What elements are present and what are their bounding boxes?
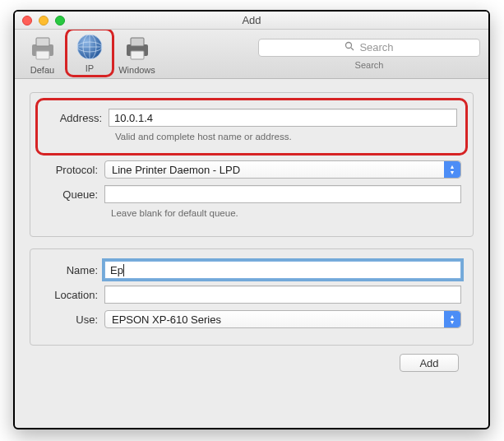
printer-windows-icon xyxy=(123,34,152,63)
protocol-select[interactable]: Line Printer Daemon - LPD ▲▼ xyxy=(104,160,461,179)
location-row: Location: xyxy=(42,285,461,304)
address-value: 10.0.1.4 xyxy=(114,112,153,124)
name-row: Name: Ep xyxy=(42,261,461,279)
content-area: Address: 10.0.1.4 Valid and complete hos… xyxy=(15,79,488,380)
search-placeholder: Search xyxy=(359,41,393,53)
name-label: Name: xyxy=(42,264,104,276)
use-value: EPSON XP-610 Series xyxy=(112,313,221,326)
search-wrap: Search Search xyxy=(258,39,480,70)
protocol-row: Protocol: Line Printer Daemon - LPD ▲▼ xyxy=(42,160,461,179)
chevron-updown-icon: ▲▼ xyxy=(444,311,460,327)
name-value: Ep xyxy=(110,264,123,276)
add-button-label: Add xyxy=(419,357,438,369)
svg-rect-1 xyxy=(36,38,49,46)
text-cursor xyxy=(123,264,124,276)
address-help: Valid and complete host name or address. xyxy=(115,132,457,142)
search-label: Search xyxy=(355,60,384,70)
toolbar-windows[interactable]: Windows xyxy=(118,34,156,75)
ip-tab-highlight: IP xyxy=(65,28,114,77)
identity-group: Name: Ep Location: Use: EPSON XP-610 Ser… xyxy=(30,248,474,346)
svg-rect-2 xyxy=(36,51,49,59)
toolbar-default[interactable]: Defau xyxy=(23,34,62,75)
use-label: Use: xyxy=(42,313,104,326)
titlebar: Add xyxy=(15,12,488,30)
address-input[interactable]: 10.0.1.4 xyxy=(109,109,457,127)
search-icon xyxy=(344,41,354,53)
address-highlight: Address: 10.0.1.4 Valid and complete hos… xyxy=(35,98,468,156)
footer: Add xyxy=(30,346,474,372)
queue-row: Queue: xyxy=(42,185,461,203)
chevron-updown-icon: ▲▼ xyxy=(444,161,460,178)
connection-group: Address: 10.0.1.4 Valid and complete hos… xyxy=(30,92,474,237)
svg-line-13 xyxy=(351,48,354,50)
svg-rect-10 xyxy=(131,38,144,46)
protocol-label: Protocol: xyxy=(42,164,104,176)
location-label: Location: xyxy=(42,289,104,301)
use-select[interactable]: EPSON XP-610 Series ▲▼ xyxy=(104,310,461,328)
toolbar-windows-label: Windows xyxy=(118,65,155,75)
name-input[interactable]: Ep xyxy=(104,261,461,279)
window-title: Add xyxy=(15,14,488,26)
search-input[interactable]: Search xyxy=(258,39,480,57)
toolbar-default-label: Defau xyxy=(30,65,54,75)
printer-icon xyxy=(28,34,58,63)
globe-icon xyxy=(75,32,104,62)
queue-help: Leave blank for default queue. xyxy=(111,208,461,218)
protocol-value: Line Printer Daemon - LPD xyxy=(112,164,240,176)
toolbar-ip[interactable]: IP xyxy=(69,32,110,73)
queue-label: Queue: xyxy=(42,188,104,201)
svg-rect-11 xyxy=(131,51,144,59)
svg-point-12 xyxy=(346,43,352,49)
add-printer-window: Add Defau xyxy=(13,10,490,429)
address-row: Address: 10.0.1.4 xyxy=(46,109,457,127)
toolbar-ip-label: IP xyxy=(86,63,94,73)
queue-input[interactable] xyxy=(104,185,461,203)
location-input[interactable] xyxy=(104,285,461,304)
toolbar: Defau xyxy=(15,30,488,79)
add-button[interactable]: Add xyxy=(400,354,459,372)
address-label: Address: xyxy=(46,112,109,124)
use-row: Use: EPSON XP-610 Series ▲▼ xyxy=(42,310,461,328)
